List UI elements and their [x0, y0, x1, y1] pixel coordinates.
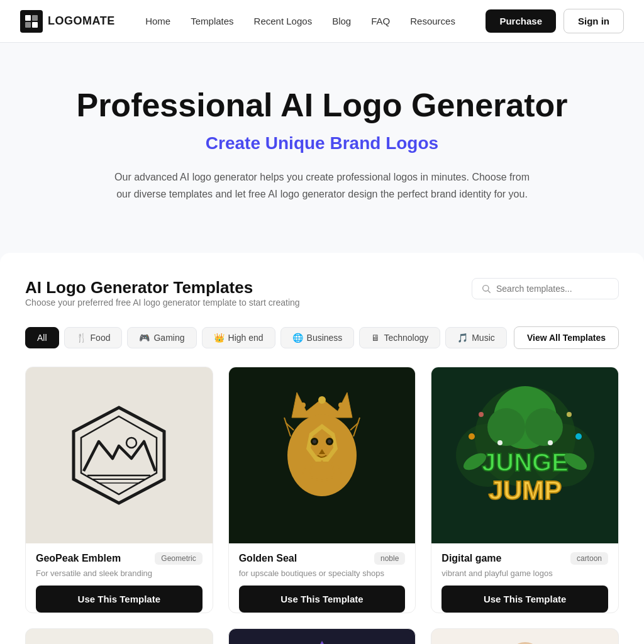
card-golden-seal: Golden Seal noble for upscale boutiques … [228, 367, 416, 613]
svg-point-4 [483, 286, 489, 291]
svg-point-33 [311, 476, 313, 479]
bottom-card-1 [25, 628, 213, 644]
nav-home[interactable]: Home [145, 16, 170, 26]
svg-rect-0 [25, 15, 31, 21]
card-geopeak-name: GeoPeak Emblem [36, 553, 121, 564]
use-template-geopeak-button[interactable]: Use This Template [36, 586, 203, 613]
music-icon: 🎵 [457, 333, 468, 343]
card-digital-game: JUNGE JUMP Digit [431, 367, 619, 613]
bottom-card-2 [228, 628, 416, 644]
filter-highend[interactable]: 👑 High end [202, 327, 275, 348]
svg-point-51 [479, 412, 484, 417]
svg-point-43 [487, 408, 525, 446]
food-icon: 🍴 [76, 333, 87, 343]
filter-business[interactable]: 🌐 Business [280, 327, 355, 348]
svg-rect-2 [25, 22, 31, 28]
svg-point-14 [301, 402, 306, 408]
svg-point-26 [328, 440, 331, 443]
card-geopeak: GeoPeak Emblem Geometric For versatile a… [25, 367, 213, 613]
svg-point-36 [326, 478, 328, 480]
card-digital-game-image: JUNGE JUMP [431, 367, 618, 543]
svg-point-54 [548, 440, 553, 445]
card-digital-game-body: Digital game cartoon vibrant and playful… [431, 543, 618, 613]
svg-point-49 [469, 433, 475, 440]
gaming-icon: 🎮 [139, 333, 150, 343]
svg-point-25 [313, 440, 316, 443]
card-digital-game-name: Digital game [441, 553, 501, 564]
view-all-templates-button[interactable]: View All Templates [514, 326, 619, 349]
highend-icon: 👑 [214, 333, 225, 343]
svg-text:JUNGE: JUNGE [482, 448, 569, 476]
nav-actions: Purchase Sign in [486, 9, 624, 33]
nav-faq[interactable]: FAQ [371, 16, 390, 26]
svg-line-5 [488, 291, 491, 293]
logo[interactable]: LOGOMATE [20, 10, 115, 33]
bottom-cards-row [25, 628, 619, 644]
filter-gaming[interactable]: 🎮 Gaming [127, 327, 196, 348]
card-golden-seal-desc: for upscale boutiques or specialty shops [239, 569, 406, 578]
nav-blog[interactable]: Blog [332, 16, 351, 26]
svg-point-52 [567, 412, 572, 417]
filter-food[interactable]: 🍴 Food [64, 327, 123, 348]
filter-technology[interactable]: 🖥 Technology [359, 327, 440, 348]
nav-recent-logos[interactable]: Recent Logos [254, 16, 313, 26]
svg-marker-61 [306, 641, 338, 644]
use-template-digital-game-button[interactable]: Use This Template [441, 586, 608, 613]
svg-point-37 [331, 476, 333, 479]
card-geopeak-body: GeoPeak Emblem Geometric For versatile a… [26, 543, 213, 613]
templates-header: AI Logo Generator Templates Choose your … [25, 278, 619, 323]
use-template-golden-seal-button[interactable]: Use This Template [239, 586, 406, 613]
logo-icon [20, 10, 43, 33]
card-golden-seal-image [229, 367, 416, 543]
card-digital-game-meta: Digital game cartoon [441, 552, 608, 565]
bottom-card-3 [431, 628, 619, 644]
svg-point-11 [126, 438, 136, 448]
card-golden-seal-name: Golden Seal [239, 553, 297, 564]
search-bar [472, 278, 619, 299]
card-digital-game-desc: vibrant and playful game logos [441, 569, 608, 578]
search-input[interactable] [496, 284, 609, 294]
svg-point-50 [575, 433, 582, 440]
hero-title: Professional AI Logo Generator [20, 87, 624, 125]
hero-description: Our advanced AI logo generator helps you… [108, 169, 536, 203]
technology-icon: 🖥 [371, 333, 380, 343]
card-digital-game-tag: cartoon [570, 552, 608, 565]
svg-point-34 [316, 478, 318, 480]
templates-section: AI Logo Generator Templates Choose your … [0, 253, 644, 644]
card-geopeak-meta: GeoPeak Emblem Geometric [36, 552, 203, 565]
nav-resources[interactable]: Resources [410, 16, 455, 26]
card-golden-seal-body: Golden Seal noble for upscale boutiques … [229, 543, 416, 613]
card-golden-seal-meta: Golden Seal noble [239, 552, 406, 565]
svg-text:JUMP: JUMP [488, 475, 562, 505]
hero-section: Professional AI Logo Generator Create Un… [0, 43, 644, 240]
templates-title: AI Logo Generator Templates [25, 278, 300, 297]
templates-subtitle: Choose your preferred free AI logo gener… [25, 297, 300, 308]
hero-subtitle: Create Unique Brand Logos [20, 133, 624, 153]
card-geopeak-image [26, 367, 213, 543]
search-icon [481, 284, 491, 294]
nav-templates[interactable]: Templates [191, 16, 233, 26]
navbar: LOGOMATE Home Templates Recent Logos Blo… [0, 0, 644, 43]
svg-point-35 [321, 479, 323, 482]
purchase-button[interactable]: Purchase [486, 9, 556, 33]
card-geopeak-desc: For versatile and sleek branding [36, 569, 203, 578]
svg-rect-1 [32, 15, 38, 21]
svg-point-13 [318, 396, 326, 404]
business-icon: 🌐 [292, 333, 303, 343]
nav-links: Home Templates Recent Logos Blog FAQ Res… [145, 16, 455, 27]
svg-point-15 [338, 402, 343, 408]
svg-point-44 [525, 408, 563, 446]
filter-tabs: All 🍴 Food 🎮 Gaming 👑 High end 🌐 Busines… [25, 326, 619, 349]
signin-button[interactable]: Sign in [564, 9, 624, 33]
card-golden-seal-tag: noble [374, 552, 405, 565]
filter-all[interactable]: All [25, 327, 59, 348]
svg-point-53 [497, 440, 502, 445]
card-geopeak-tag: Geometric [155, 552, 202, 565]
cards-grid: GeoPeak Emblem Geometric For versatile a… [25, 367, 619, 613]
filter-music[interactable]: 🎵 Music [445, 327, 507, 348]
svg-rect-3 [32, 22, 38, 28]
